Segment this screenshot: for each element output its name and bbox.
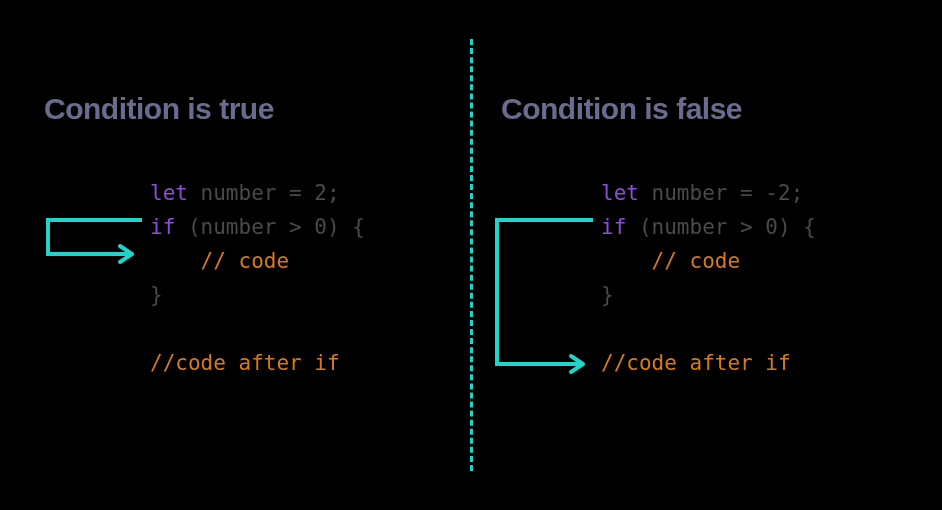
code-keyword: if (601, 215, 626, 239)
code-block-true: let number = 2; if (number > 0) { // cod… (150, 176, 365, 380)
code-text: (number > 0) { (626, 215, 816, 239)
code-keyword: let (150, 181, 188, 205)
code-text: } (150, 283, 163, 307)
code-text: number = -2; (639, 181, 803, 205)
code-comment: // code (150, 249, 289, 273)
code-keyword: if (150, 215, 175, 239)
code-keyword: let (601, 181, 639, 205)
code-text: (number > 0) { (175, 215, 365, 239)
code-comment: // code (601, 249, 740, 273)
heading-true: Condition is true (44, 92, 274, 126)
code-comment: //code after if (150, 351, 340, 375)
arrow-true-icon (42, 208, 152, 268)
heading-false: Condition is false (501, 92, 742, 126)
arrow-false-icon (491, 208, 603, 378)
code-block-false: let number = -2; if (number > 0) { // co… (601, 176, 816, 380)
code-text: number = 2; (188, 181, 340, 205)
code-comment: //code after if (601, 351, 791, 375)
divider (470, 39, 473, 471)
